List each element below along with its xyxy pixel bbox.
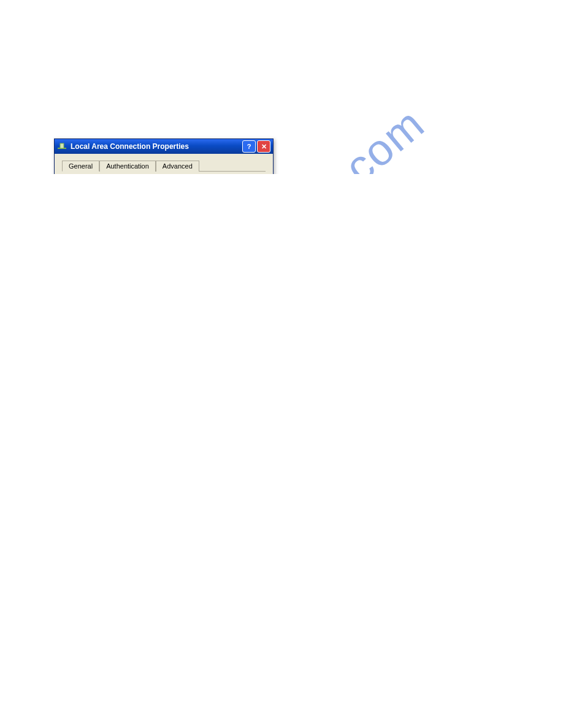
tab-authentication[interactable]: Authentication	[99, 161, 156, 172]
lan-title: Local Area Connection Properties	[71, 142, 189, 151]
lan-properties-dialog: Local Area Connection Properties ? ✕ Gen…	[54, 138, 274, 174]
lan-tabs: General Authentication Advanced	[62, 160, 266, 172]
tab-advanced[interactable]: Advanced	[156, 161, 199, 172]
help-button[interactable]: ?	[242, 140, 256, 153]
close-button[interactable]: ✕	[257, 140, 270, 153]
tab-general[interactable]: General	[62, 161, 99, 172]
lan-titlebar[interactable]: Local Area Connection Properties ? ✕	[55, 139, 273, 154]
svg-rect-1	[60, 143, 64, 148]
nic-icon	[57, 142, 67, 151]
